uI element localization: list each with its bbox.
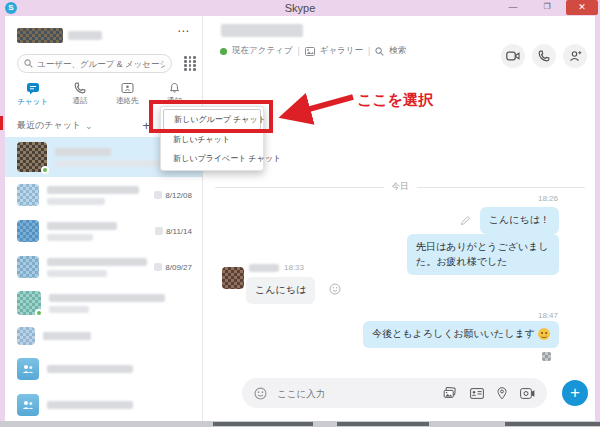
annotation-label: ここを選択 bbox=[357, 91, 433, 110]
search-conversation-icon bbox=[375, 47, 384, 56]
minimize-button[interactable]: — bbox=[504, 0, 522, 15]
chat-date: 8/11/14 bbox=[166, 227, 192, 236]
message-bubble: 今後ともよろしくお願いいたします bbox=[363, 321, 559, 348]
message-timestamp: 18:33 bbox=[284, 263, 304, 272]
search-icon bbox=[24, 59, 33, 68]
phone-icon bbox=[538, 50, 550, 62]
chevron-down-icon[interactable]: ⌄ bbox=[85, 121, 93, 131]
chat-avatar bbox=[17, 291, 41, 315]
search-row bbox=[5, 48, 202, 77]
chat-list-item[interactable] bbox=[5, 351, 202, 387]
message-bubble: こんにちは bbox=[246, 277, 315, 304]
video-camera-icon bbox=[506, 51, 520, 61]
contact-card-share-icon[interactable] bbox=[470, 388, 484, 399]
phone-icon bbox=[74, 82, 86, 94]
online-status-dot bbox=[41, 166, 49, 174]
bell-icon bbox=[169, 82, 180, 94]
message-bubble: 先日はありがとうございました。お疲れ様でした bbox=[407, 234, 559, 275]
taskbar-edge bbox=[0, 421, 600, 427]
message-bubble: こんにちは！ bbox=[480, 207, 559, 234]
tab-chats[interactable]: チャット bbox=[9, 82, 56, 107]
chat-date: 8/09/27 bbox=[165, 263, 192, 272]
conversation-pane: 現在アクティブ | ギャラリー | 検索 bbox=[203, 16, 595, 421]
chat-list: 8/12/08 8/11/14 8/09/27 bbox=[5, 137, 202, 421]
maximize-button[interactable]: ❐ bbox=[538, 0, 556, 15]
chat-avatar bbox=[17, 184, 39, 206]
annotation-tick bbox=[0, 116, 3, 130]
composer: + bbox=[203, 378, 595, 408]
dialpad-icon[interactable] bbox=[184, 56, 196, 71]
separator: | bbox=[368, 46, 370, 56]
titlebar: S Skype — ❐ ✕ bbox=[0, 0, 600, 16]
group-people-icon bbox=[21, 399, 35, 411]
profile-avatar bbox=[17, 28, 63, 43]
more-menu-icon[interactable]: ⋯ bbox=[177, 24, 190, 38]
chat-avatar bbox=[17, 142, 47, 172]
chat-list-item[interactable]: 8/09/27 bbox=[5, 249, 202, 285]
chat-date: 8/12/08 bbox=[165, 191, 192, 200]
location-pin-icon[interactable] bbox=[497, 387, 507, 400]
chat-list-item[interactable]: 8/12/08 bbox=[5, 177, 202, 213]
chat-bubble-icon bbox=[26, 82, 40, 95]
chat-list-item[interactable] bbox=[5, 285, 202, 321]
gallery-label[interactable]: ギャラリー bbox=[320, 45, 363, 57]
search-box[interactable] bbox=[17, 54, 172, 73]
presence-label: 現在アクティブ bbox=[232, 45, 293, 57]
chat-list-item[interactable] bbox=[5, 321, 202, 351]
add-reaction-icon[interactable] bbox=[329, 283, 341, 295]
gallery-icon bbox=[305, 47, 315, 56]
online-status-dot bbox=[35, 309, 43, 317]
chat-avatar bbox=[17, 327, 35, 345]
close-button[interactable]: ✕ bbox=[566, 0, 598, 15]
message-text: 今後ともよろしくお願いいたします bbox=[372, 327, 535, 342]
menu-item-new-private-chat[interactable]: 新しいプライベート チャット bbox=[163, 149, 261, 168]
tab-contacts[interactable]: 連絡先 bbox=[104, 82, 151, 107]
date-badge-icon bbox=[155, 227, 163, 235]
video-message-icon[interactable] bbox=[520, 388, 535, 399]
skype-window: S Skype — ❐ ✕ ⋯ bbox=[0, 0, 600, 427]
recent-chats-label: 最近のチャット bbox=[17, 119, 81, 132]
message-input[interactable] bbox=[275, 387, 443, 400]
group-avatar bbox=[17, 358, 39, 380]
emoji-picker-icon[interactable] bbox=[254, 387, 267, 400]
message-timestamp: 18:26 bbox=[538, 194, 558, 203]
contact-card-icon bbox=[121, 82, 134, 94]
smiley-emoji-icon bbox=[538, 328, 550, 340]
search-input[interactable] bbox=[37, 59, 165, 69]
message-input-bar[interactable] bbox=[242, 378, 547, 408]
day-divider-label: 今日 bbox=[392, 181, 409, 193]
day-divider: 今日 bbox=[215, 181, 585, 193]
presence-dot-icon bbox=[220, 48, 227, 55]
sidebar: ⋯ チャット 通話 bbox=[5, 16, 203, 421]
message-timestamp: 18:47 bbox=[538, 311, 558, 320]
chat-avatar bbox=[17, 220, 39, 242]
group-people-icon bbox=[21, 363, 35, 375]
profile-row[interactable]: ⋯ bbox=[5, 16, 202, 48]
annotation-highlight-box bbox=[149, 100, 273, 133]
contact-name-blur bbox=[221, 24, 303, 37]
chat-list-item[interactable] bbox=[5, 387, 202, 421]
sender-name-row: 18:33 bbox=[249, 263, 304, 272]
message-sent: こんにちは！ bbox=[460, 207, 559, 234]
tab-chats-label: チャット bbox=[17, 97, 48, 107]
conversation-header: 現在アクティブ | ギャラリー | 検索 bbox=[203, 16, 595, 64]
profile-name-blur bbox=[68, 31, 102, 40]
group-avatar bbox=[17, 394, 39, 416]
tab-contacts-label: 連絡先 bbox=[116, 96, 139, 106]
search-conversation-label[interactable]: 検索 bbox=[389, 45, 406, 57]
app-body: ⋯ チャット 通話 bbox=[5, 16, 595, 421]
chat-avatar bbox=[17, 256, 39, 278]
add-attachment-fab[interactable]: + bbox=[562, 380, 588, 406]
tab-calls-label: 通話 bbox=[72, 96, 87, 106]
tab-calls[interactable]: 通話 bbox=[56, 82, 103, 107]
edited-pencil-icon bbox=[460, 215, 471, 226]
chat-list-item[interactable]: 8/11/14 bbox=[5, 213, 202, 249]
read-receipt-avatar bbox=[542, 352, 551, 361]
date-badge-icon bbox=[154, 263, 162, 271]
photo-gallery-icon[interactable] bbox=[443, 387, 457, 399]
date-badge-icon bbox=[154, 191, 162, 199]
sender-avatar bbox=[222, 267, 244, 289]
separator: | bbox=[298, 46, 300, 56]
add-person-icon bbox=[569, 50, 582, 62]
